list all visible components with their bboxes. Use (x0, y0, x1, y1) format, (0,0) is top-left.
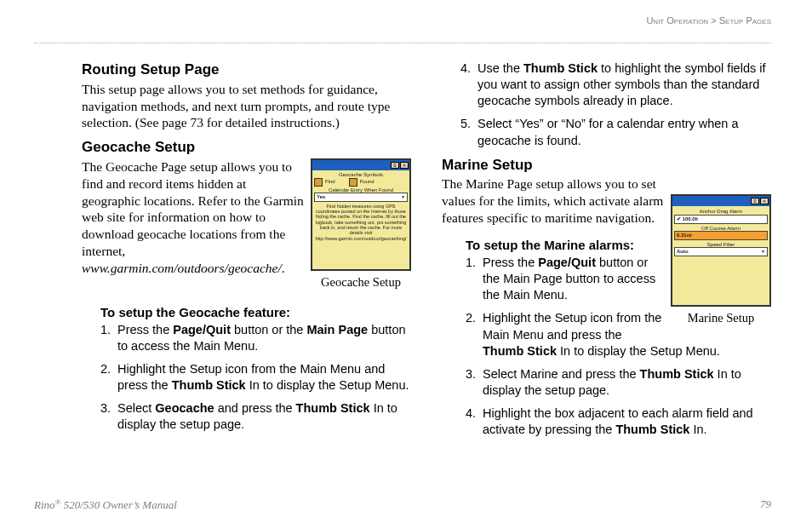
screen-help-text: Find hidden treasures using GPS coordina… (314, 204, 408, 241)
screen-titlebar: ≡ × (312, 160, 409, 170)
screen-titlebar: ≡ × (672, 196, 769, 206)
breadcrumb-section: Unit Operation (646, 15, 708, 26)
titlebar-menu-icon: ≡ (751, 198, 759, 204)
find-symbol-icon (314, 178, 323, 187)
breadcrumb-page: Setup Pages (719, 15, 771, 26)
geocache-figure: ≡ × Geocache Symbols Find Found Calendar… (311, 158, 411, 290)
footer-product: Rino® 520/530 Owner’s Manual (34, 497, 177, 512)
geocache-heading: Geocache Setup (82, 138, 411, 157)
anchor-alarm-field: ✔ 100.0ft (674, 215, 768, 224)
list-item: 1. Press the Page/Quit button or the Mai… (100, 322, 411, 354)
course-alarm-field: 0.31mi (674, 231, 768, 240)
list-item: 2. Highlight the Setup icon from the Mai… (466, 310, 771, 359)
routing-heading: Routing Setup Page (82, 60, 411, 79)
header-divider (34, 43, 771, 43)
titlebar-close-icon: × (400, 162, 409, 169)
screen-label: Calendar Entry When Found (314, 187, 408, 193)
breadcrumb: Unit Operation > Setup Pages (34, 15, 771, 29)
list-item: 1. Press the Page/Quit button or the Mai… (466, 255, 771, 303)
geocache-steps-continued: 4. Use the Thumb Stick to highlight the … (442, 60, 771, 149)
list-item: 4. Use the Thumb Stick to highlight the … (460, 60, 771, 109)
geocache-caption: Geocache Setup (311, 274, 411, 290)
titlebar-close-icon: × (760, 198, 769, 204)
geocache-steps: 1. Press the Page/Quit button or the Mai… (82, 322, 411, 434)
geocache-steps-heading: To setup the Geocache feature: (100, 304, 411, 320)
left-column: Routing Setup Page This setup page allow… (34, 60, 411, 445)
list-item: 3. Select Marine and press the Thumb Sti… (466, 366, 771, 399)
titlebar-menu-icon: ≡ (391, 162, 399, 169)
page-number: 79 (760, 497, 771, 512)
geocache-screen: ≡ × Geocache Symbols Find Found Calendar… (311, 158, 411, 271)
content-columns: Routing Setup Page This setup page allow… (34, 60, 771, 445)
marine-steps: 1. Press the Page/Quit button or the Mai… (442, 255, 771, 438)
list-item: 3. Select Geocache and press the Thumb S… (100, 400, 411, 433)
calendar-entry-field: Yes▼ (314, 193, 408, 202)
list-item: 2. Highlight the Setup icon from the Mai… (100, 361, 411, 394)
page-footer: Rino® 520/530 Owner’s Manual 79 (34, 497, 771, 512)
found-symbol-icon (349, 178, 357, 187)
list-item: 4. Highlight the box adjacent to each al… (466, 405, 771, 438)
right-column: 4. Use the Thumb Stick to highlight the … (442, 60, 771, 445)
screen-label: Geocache Symbols (314, 172, 408, 178)
marine-heading: Marine Setup (442, 156, 771, 175)
list-item: 5. Select “Yes” or “No” for a calendar e… (460, 116, 771, 148)
routing-body: This setup page allows you to set method… (82, 81, 411, 131)
